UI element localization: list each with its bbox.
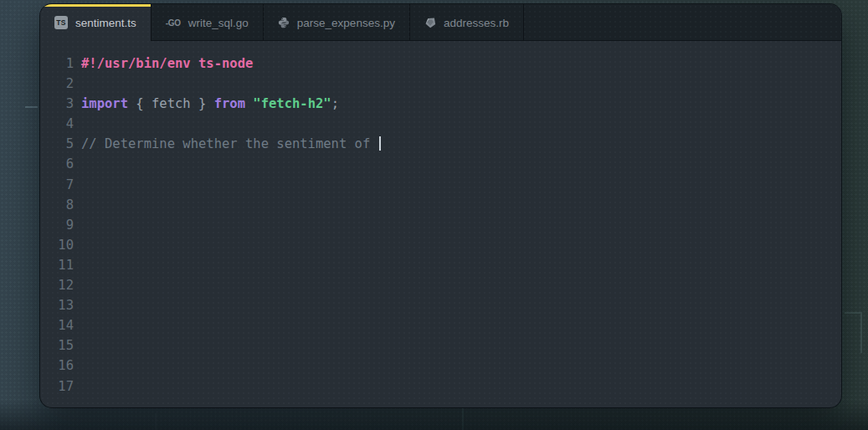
line-number: 16 xyxy=(40,356,74,376)
tab-sentiment-ts[interactable]: TSsentiment.ts xyxy=(40,4,152,41)
code-token: // Determine whether the sentiment of xyxy=(81,136,378,151)
code-token: from xyxy=(214,96,245,111)
editor-window: TSsentiment.ts-GOwrite_sql.goparse_expen… xyxy=(40,4,841,407)
code-line-8[interactable]: 8 xyxy=(40,195,841,215)
line-number: 11 xyxy=(40,255,74,275)
code-text: // Determine whether the sentiment of xyxy=(81,134,381,154)
code-token: #!/usr/bin/env ts-node xyxy=(81,56,253,71)
line-number: 14 xyxy=(40,315,74,335)
line-number: 2 xyxy=(40,74,74,94)
line-number: 6 xyxy=(40,154,74,174)
ruby-icon xyxy=(424,17,436,28)
code-editor[interactable]: 1#!/usr/bin/env ts-node23import { fetch … xyxy=(40,41,841,407)
line-number: 3 xyxy=(40,94,74,114)
code-line-10[interactable]: 10 xyxy=(40,235,841,255)
line-number: 12 xyxy=(40,275,74,295)
code-line-14[interactable]: 14 xyxy=(40,315,841,335)
tab-parse-expenses-py[interactable]: parse_expenses.py xyxy=(264,4,410,41)
code-line-16[interactable]: 16 xyxy=(40,356,841,376)
line-number: 5 xyxy=(40,134,74,154)
code-line-11[interactable]: 11 xyxy=(40,255,841,275)
code-token: ; xyxy=(331,96,339,111)
python-icon xyxy=(278,17,290,28)
bg-schematic-dash xyxy=(25,106,38,108)
tab-label: parse_expenses.py xyxy=(297,17,395,29)
code-line-6[interactable]: 6 xyxy=(40,154,841,174)
code-text: import { fetch } from "fetch-h2"; xyxy=(81,94,339,114)
code-text: #!/usr/bin/env ts-node xyxy=(81,54,253,74)
line-number: 7 xyxy=(40,175,74,195)
code-line-5[interactable]: 5// Determine whether the sentiment of xyxy=(40,134,841,154)
code-line-13[interactable]: 13 xyxy=(40,295,841,315)
code-line-12[interactable]: 12 xyxy=(40,275,841,295)
code-token: { fetch } xyxy=(128,96,214,111)
code-token xyxy=(245,96,253,111)
code-line-9[interactable]: 9 xyxy=(40,215,841,235)
tab-label: sentiment.ts xyxy=(75,17,136,29)
typescript-icon: TS xyxy=(54,16,68,29)
bg-schematic-vline-2 xyxy=(155,413,157,430)
tab-label: addresses.rb xyxy=(444,17,509,29)
code-token: "fetch-h2" xyxy=(253,96,331,111)
desktop-background: TSsentiment.ts-GOwrite_sql.goparse_expen… xyxy=(0,0,868,430)
line-number: 9 xyxy=(40,215,74,235)
code-line-1[interactable]: 1#!/usr/bin/env ts-node xyxy=(40,54,841,74)
code-line-2[interactable]: 2 xyxy=(40,74,841,94)
line-number: 8 xyxy=(40,195,74,215)
code-line-7[interactable]: 7 xyxy=(40,175,841,195)
code-line-3[interactable]: 3import { fetch } from "fetch-h2"; xyxy=(40,94,841,114)
code-line-15[interactable]: 15 xyxy=(40,335,841,356)
bg-schematic-bracket xyxy=(845,312,862,353)
line-number: 4 xyxy=(40,114,74,134)
line-number: 15 xyxy=(40,335,74,356)
text-cursor xyxy=(379,136,381,151)
tab-addresses-rb[interactable]: addresses.rb xyxy=(410,4,524,41)
go-icon: -GO xyxy=(166,18,181,28)
code-token: import xyxy=(81,96,128,111)
tab-write-sql-go[interactable]: -GOwrite_sql.go xyxy=(152,4,264,41)
tab-label: write_sql.go xyxy=(188,17,249,29)
code-line-17[interactable]: 17 xyxy=(40,376,841,397)
tab-bar: TSsentiment.ts-GOwrite_sql.goparse_expen… xyxy=(40,4,841,41)
code-line-4[interactable]: 4 xyxy=(40,114,841,134)
line-number: 17 xyxy=(40,376,74,397)
line-number: 13 xyxy=(40,295,74,315)
line-number: 1 xyxy=(40,54,74,74)
line-number: 10 xyxy=(40,235,74,255)
